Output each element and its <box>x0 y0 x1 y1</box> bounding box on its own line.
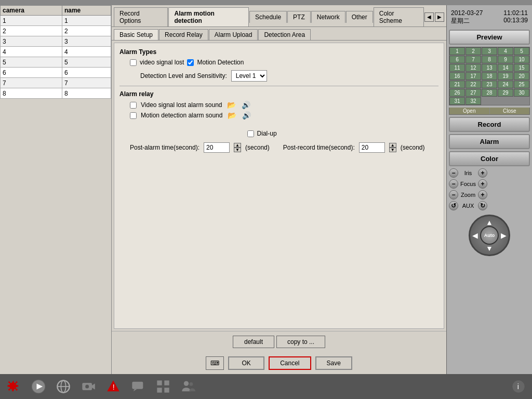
tab-network[interactable]: Network <box>311 11 345 23</box>
tab-schedule[interactable]: Schedule <box>249 11 287 23</box>
warning-taskbar-icon[interactable]: ! <box>104 377 123 396</box>
record-button[interactable]: Record <box>449 117 530 132</box>
post-alarm-down[interactable]: ▼ <box>234 148 241 152</box>
grid-cell-1[interactable]: 1 <box>449 47 465 55</box>
grid-cell-19[interactable]: 19 <box>498 72 513 80</box>
grid-cell-2[interactable]: 2 <box>466 47 481 55</box>
camera-row[interactable]: 77 <box>1 78 111 88</box>
grid-cell-17[interactable]: 17 <box>466 72 481 80</box>
inner-tab-alarm-upload[interactable]: Alarm Upload <box>209 29 258 40</box>
grid-cell-11[interactable]: 11 <box>449 64 465 72</box>
video-alarm-icon1[interactable]: 📂 <box>227 101 237 109</box>
tab-color-scheme[interactable]: Color Scheme <box>374 7 424 26</box>
grid-cell-21[interactable]: 21 <box>449 81 465 88</box>
focus-minus[interactable]: − <box>449 179 458 189</box>
iris-plus[interactable]: + <box>478 168 487 178</box>
grid-cell-3[interactable]: 3 <box>482 47 497 55</box>
motion-alarm-icon2[interactable]: 🔊 <box>241 111 251 119</box>
default-button[interactable]: default <box>233 336 274 348</box>
post-record-up[interactable]: ▲ <box>389 143 396 148</box>
grid-cell-22[interactable]: 22 <box>466 81 481 88</box>
video-alarm-checkbox[interactable] <box>130 102 137 109</box>
copy-to-button[interactable]: copy to ... <box>276 336 325 348</box>
inner-tab-detection-area[interactable]: Detection Area <box>258 29 311 40</box>
info-taskbar-icon[interactable]: i <box>509 377 528 396</box>
camera-taskbar-icon[interactable] <box>79 377 98 396</box>
chat-taskbar-icon[interactable] <box>129 377 148 396</box>
grid-cell-13[interactable]: 13 <box>482 64 497 72</box>
grid-cell-29[interactable]: 29 <box>498 89 513 97</box>
video-alarm-label[interactable]: Video signal lost alarm sound <box>141 101 222 109</box>
motion-alarm-checkbox[interactable] <box>130 112 137 119</box>
tab-nav-next[interactable]: ▶ <box>435 12 444 22</box>
video-signal-label[interactable]: video signal lost <box>140 59 184 66</box>
camera-row[interactable]: 55 <box>1 57 111 68</box>
tab-other[interactable]: Other <box>346 11 373 23</box>
motion-alarm-icon1[interactable]: 📂 <box>227 111 237 119</box>
post-alarm-up[interactable]: ▲ <box>234 143 241 148</box>
motion-detection-checkbox[interactable] <box>187 59 194 66</box>
grid-cell-27[interactable]: 27 <box>466 89 481 97</box>
motion-detection-label[interactable]: Motion Detection <box>197 59 244 66</box>
grid-cell-9[interactable]: 9 <box>498 56 513 63</box>
camera-row[interactable]: 22 <box>1 26 111 36</box>
camera-row[interactable]: 33 <box>1 36 111 47</box>
iris-minus[interactable]: − <box>449 168 458 178</box>
grid-cell-8[interactable]: 8 <box>482 56 497 63</box>
aux-plus[interactable]: ↻ <box>478 201 487 210</box>
color-button[interactable]: Color <box>449 151 530 166</box>
zoom-plus[interactable]: + <box>478 190 487 200</box>
close-button[interactable]: Close <box>490 108 530 114</box>
preview-button[interactable]: Preview <box>449 30 530 45</box>
settings-taskbar-icon[interactable] <box>4 377 23 396</box>
grid-cell-16[interactable]: 16 <box>449 72 465 80</box>
camera-row[interactable]: 66 <box>1 68 111 78</box>
tab-record-options[interactable]: Record Options <box>114 7 168 26</box>
grid-cell-31[interactable]: 31 <box>449 97 465 105</box>
detection-level-select[interactable]: Level 1 Level 2 Level 3 Level 4 Level 5 <box>231 70 267 82</box>
ok-button[interactable]: OK <box>228 356 264 370</box>
users-taskbar-icon[interactable] <box>179 377 197 396</box>
zoom-minus[interactable]: − <box>449 190 458 200</box>
alarm-button[interactable]: Alarm <box>449 134 530 149</box>
grid-cell-7[interactable]: 7 <box>466 56 481 63</box>
grid-cell-24[interactable]: 24 <box>498 81 513 88</box>
video-signal-checkbox[interactable] <box>130 59 137 66</box>
post-record-input[interactable] <box>359 142 385 153</box>
post-record-down[interactable]: ▼ <box>389 148 396 152</box>
grid-cell-5[interactable]: 5 <box>514 47 529 55</box>
grid-cell-15[interactable]: 15 <box>514 64 529 72</box>
open-button[interactable]: Open <box>449 108 489 114</box>
keyboard-button[interactable]: ⌨ <box>206 356 224 370</box>
camera-row[interactable]: 88 <box>1 88 111 99</box>
joystick[interactable]: ▲ ▼ ◀ ▶ Auto <box>469 215 510 256</box>
video-alarm-icon2[interactable]: 🔊 <box>241 101 251 109</box>
camera-row[interactable]: 11 <box>1 16 111 26</box>
grid-cell-6[interactable]: 6 <box>449 56 465 63</box>
post-alarm-input[interactable] <box>204 142 230 153</box>
grid-cell-25[interactable]: 25 <box>514 81 529 88</box>
grid-cell-23[interactable]: 23 <box>482 81 497 88</box>
focus-plus[interactable]: + <box>478 179 487 189</box>
motion-alarm-label[interactable]: Motion detection alarm sound <box>141 112 222 119</box>
grid-cell-12[interactable]: 12 <box>466 64 481 72</box>
dialup-label[interactable]: Dial-up <box>257 130 277 137</box>
browser-taskbar-icon[interactable] <box>54 377 73 396</box>
grid-taskbar-icon[interactable] <box>154 377 172 396</box>
grid-cell-18[interactable]: 18 <box>482 72 497 80</box>
grid-cell-4[interactable]: 4 <box>498 47 513 55</box>
grid-cell-20[interactable]: 20 <box>514 72 529 80</box>
inner-tab-basic-setup[interactable]: Basic Setup <box>114 29 158 40</box>
joystick-center[interactable]: Auto <box>480 226 499 245</box>
grid-cell-32[interactable]: 32 <box>466 97 481 105</box>
camera-row[interactable]: 44 <box>1 47 111 57</box>
save-button[interactable]: Save <box>315 356 352 370</box>
tab-ptz[interactable]: PTZ <box>287 11 311 23</box>
cancel-button[interactable]: Cancel <box>269 356 311 370</box>
tab-nav-prev[interactable]: ◀ <box>424 12 434 22</box>
dialup-checkbox[interactable] <box>247 130 254 137</box>
grid-cell-30[interactable]: 30 <box>514 89 529 97</box>
play-taskbar-icon[interactable] <box>29 377 48 396</box>
grid-cell-26[interactable]: 26 <box>449 89 465 97</box>
aux-minus[interactable]: ↺ <box>449 201 458 210</box>
